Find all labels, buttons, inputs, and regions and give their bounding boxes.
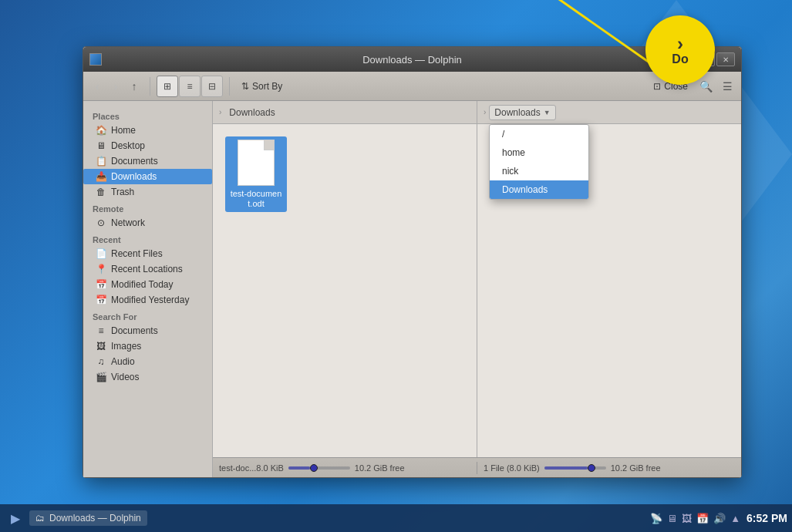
- sidebar-item-modified-yesterday[interactable]: 📅 Modified Yesterday: [83, 292, 212, 308]
- close-button[interactable]: ✕: [716, 52, 735, 66]
- sidebar-item-label: Documents: [111, 156, 158, 167]
- icon-view-button[interactable]: ⊞: [157, 76, 178, 97]
- forward-button[interactable]: ›: [106, 77, 125, 96]
- callout-circle: › Do: [645, 15, 715, 85]
- desktop-icon: 🖥: [96, 140, 106, 151]
- right-breadcrumb: › Downloads ▼ / home nick Downloads: [477, 101, 741, 124]
- left-breadcrumb-arrow: ›: [219, 108, 221, 116]
- status-left-text: test-doc...8.0 KiB: [219, 463, 284, 473]
- network-icon: ⊙: [96, 217, 106, 228]
- calendar-icon[interactable]: 📅: [696, 513, 709, 524]
- sidebar-item-label: Modified Today: [111, 279, 174, 290]
- sidebar: Places 🏠 Home 🖥 Desktop 📋 Documents 📥 Do…: [83, 101, 213, 477]
- up-button[interactable]: ↑: [125, 77, 143, 96]
- sidebar-item-label: Recent Files: [111, 248, 163, 259]
- sidebar-item-search-images[interactable]: 🖼 Images: [83, 338, 212, 354]
- left-breadcrumb-downloads[interactable]: Downloads: [224, 106, 279, 120]
- list-view-button[interactable]: ≡: [179, 76, 201, 97]
- search-label: Search For: [83, 308, 212, 323]
- taskbar: ▶ 🗂 Downloads — Dolphin 📡 🖥 🖼 📅 🔊 ▲ 6:52…: [0, 504, 792, 532]
- sidebar-item-label: Desktop: [111, 140, 145, 151]
- dropdown-item-home[interactable]: home: [490, 143, 588, 162]
- display-icon[interactable]: 🖥: [667, 513, 677, 524]
- search-images-icon: 🖼: [96, 341, 106, 352]
- trash-icon: 🗑: [96, 187, 106, 197]
- home-icon: 🏠: [96, 125, 106, 136]
- back-button[interactable]: ‹: [88, 77, 106, 96]
- dropdown-item-root[interactable]: /: [490, 125, 588, 143]
- right-slider-thumb: [588, 464, 595, 472]
- sidebar-item-documents[interactable]: 📋 Documents: [83, 153, 212, 169]
- sidebar-item-search-videos[interactable]: 🎬 Videos: [83, 369, 212, 385]
- recent-files-icon: 📄: [96, 248, 106, 259]
- taskbar-right: 📡 🖥 🖼 📅 🔊 ▲ 6:52 PM: [650, 512, 787, 524]
- desktop: › Do Downloads — Dolphin — ▲ ✕ ‹ › ↑ ⊞: [0, 0, 792, 532]
- breadcrumb-dropdown: / home nick Downloads: [489, 124, 589, 200]
- taskbar-app-label: Downloads — Dolphin: [49, 513, 141, 524]
- sidebar-item-modified-today[interactable]: 📅 Modified Today: [83, 277, 212, 292]
- sidebar-item-search-documents[interactable]: ≡ Documents: [83, 323, 212, 338]
- right-slider[interactable]: [544, 466, 606, 470]
- status-left: test-doc...8.0 KiB 10.2 GiB free: [219, 463, 470, 473]
- left-breadcrumb: › Downloads: [213, 101, 477, 124]
- taskbar-dolphin-app[interactable]: 🗂 Downloads — Dolphin: [29, 510, 147, 526]
- menu-button[interactable]: ☰: [718, 77, 736, 96]
- sidebar-item-label: Home: [111, 125, 136, 136]
- file-panels: › Downloads test-document.odt: [213, 101, 741, 477]
- sidebar-item-network[interactable]: ⊙ Network: [83, 215, 212, 231]
- status-left-free: 10.2 GiB free: [355, 463, 405, 473]
- sidebar-item-label: Modified Yesterday: [111, 295, 189, 305]
- screenshot-icon[interactable]: 🖼: [682, 513, 692, 524]
- places-label: Places: [83, 107, 212, 123]
- status-right-text: 1 File (8.0 KiB): [484, 463, 540, 473]
- sidebar-item-home[interactable]: 🏠 Home: [83, 123, 212, 138]
- recent-locations-icon: 📍: [96, 264, 106, 274]
- search-button[interactable]: 🔍: [696, 77, 715, 96]
- dropdown-item-nick[interactable]: nick: [490, 162, 588, 180]
- right-breadcrumb-label: Downloads: [494, 107, 540, 118]
- clock: 6:52 PM: [747, 512, 787, 524]
- sidebar-item-recent-files[interactable]: 📄 Recent Files: [83, 246, 212, 261]
- downloads-icon: 📥: [96, 171, 106, 182]
- sidebar-item-label: Images: [111, 341, 141, 352]
- signal-icon[interactable]: 📡: [650, 513, 662, 524]
- right-breadcrumb-downloads[interactable]: Downloads ▼: [489, 105, 555, 120]
- search-videos-icon: 🎬: [96, 372, 106, 382]
- sidebar-item-recent-locations[interactable]: 📍 Recent Locations: [83, 261, 212, 277]
- recent-label: Recent: [83, 231, 212, 246]
- modified-today-icon: 📅: [96, 279, 106, 290]
- notification-icon[interactable]: ▲: [730, 513, 740, 524]
- nav-buttons: ‹ › ↑: [88, 77, 143, 96]
- sidebar-item-label: Trash: [111, 187, 134, 197]
- content-area: Places 🏠 Home 🖥 Desktop 📋 Documents 📥 Do…: [83, 101, 741, 477]
- sidebar-item-label: Videos: [111, 372, 139, 382]
- sidebar-item-search-audio[interactable]: ♫ Audio: [83, 354, 212, 369]
- breadcrumb-chevron-icon: ▼: [544, 109, 551, 116]
- dropdown-item-downloads[interactable]: Downloads: [490, 180, 588, 199]
- left-file-panel[interactable]: test-document.odt: [213, 124, 477, 457]
- callout-text: Do: [672, 53, 688, 66]
- file-name: test-document.odt: [228, 189, 284, 209]
- callout-arrow-icon: ›: [677, 35, 683, 53]
- sidebar-item-downloads[interactable]: 📥 Downloads: [83, 169, 212, 184]
- window-title: Downloads — Dolphin: [362, 54, 462, 66]
- sidebar-item-label: Audio: [111, 356, 135, 367]
- sidebar-item-label: Documents: [111, 325, 158, 336]
- left-panel-wrapper: › Downloads test-document.odt: [213, 101, 477, 457]
- sidebar-item-desktop[interactable]: 🖥 Desktop: [83, 138, 212, 153]
- view-buttons: ⊞ ≡ ⊟: [157, 76, 223, 97]
- sidebar-item-label: Network: [111, 217, 145, 228]
- volume-icon[interactable]: 🔊: [713, 513, 726, 524]
- search-audio-icon: ♫: [96, 356, 106, 367]
- file-item-test-document[interactable]: test-document.odt: [225, 136, 287, 212]
- status-right-free: 10.2 GiB free: [611, 463, 661, 473]
- left-slider[interactable]: [288, 466, 350, 470]
- toolbar: ‹ › ↑ ⊞ ≡ ⊟ ⇅ Sort By ⊡ Close 🔍: [83, 72, 741, 101]
- tree-view-button[interactable]: ⊟: [201, 76, 223, 97]
- status-right: 1 File (8.0 KiB) 10.2 GiB free: [484, 463, 735, 473]
- right-panel-wrapper: › Downloads ▼ / home nick Downloads: [477, 101, 741, 457]
- taskbar-launcher[interactable]: ▶: [5, 507, 26, 529]
- sidebar-item-trash[interactable]: 🗑 Trash: [83, 184, 212, 200]
- sort-button[interactable]: ⇅ Sort By: [236, 76, 288, 97]
- app-icon: [89, 53, 102, 66]
